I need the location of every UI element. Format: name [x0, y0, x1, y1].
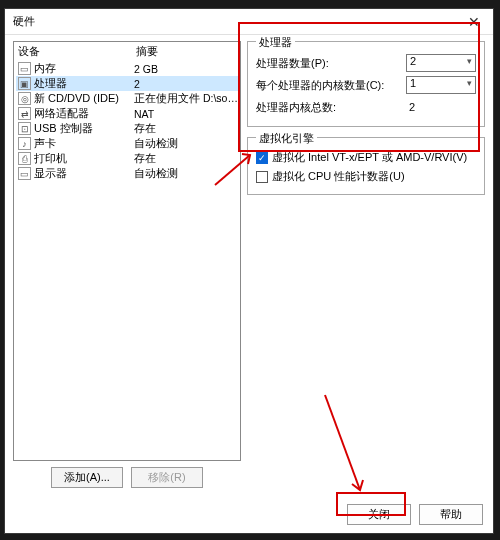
- device-list: ▭内存2 GB▣处理器2◎新 CD/DVD (IDE)正在使用文件 D:\sof…: [14, 61, 240, 460]
- hardware-dialog: 硬件 ✕ 设备 摘要 ▭内存2 GB▣处理器2◎新 CD/DVD (IDE)正在…: [4, 8, 494, 534]
- device-row[interactable]: ⎙打印机存在: [16, 151, 238, 166]
- device-row[interactable]: ⊡USB 控制器存在: [16, 121, 238, 136]
- device-row[interactable]: ▣处理器2: [16, 76, 238, 91]
- settings-panel: 处理器 处理器数量(P): 2 每个处理器的内核数量(C): 1 处理器内核总数…: [247, 41, 485, 494]
- device-icon: ⇄: [18, 107, 31, 120]
- add-button[interactable]: 添加(A)...: [51, 467, 123, 488]
- close-icon[interactable]: ✕: [461, 11, 487, 33]
- device-list-box: 设备 摘要 ▭内存2 GB▣处理器2◎新 CD/DVD (IDE)正在使用文件 …: [13, 41, 241, 461]
- device-row[interactable]: ◎新 CD/DVD (IDE)正在使用文件 D:\software\Cent..…: [16, 91, 238, 106]
- col-header-summary: 摘要: [136, 44, 236, 59]
- device-button-row: 添加(A)... 移除(R): [13, 461, 241, 494]
- device-name: 新 CD/DVD (IDE): [34, 91, 134, 106]
- device-summary: 自动检测: [134, 167, 238, 181]
- label-cores-per-processor: 每个处理器的内核数量(C):: [256, 78, 402, 93]
- device-icon: ⎙: [18, 152, 31, 165]
- device-name: 网络适配器: [34, 106, 134, 121]
- select-cores-per-processor[interactable]: 1: [406, 76, 476, 94]
- checkbox-cpu-counters[interactable]: [256, 171, 268, 183]
- remove-button[interactable]: 移除(R): [131, 467, 203, 488]
- device-icon: ⊡: [18, 122, 31, 135]
- row-vt-x[interactable]: ✓ 虚拟化 Intel VT-x/EPT 或 AMD-V/RVI(V): [256, 148, 476, 167]
- select-num-processors[interactable]: 2: [406, 54, 476, 72]
- close-button[interactable]: 关闭: [347, 504, 411, 525]
- device-summary: 正在使用文件 D:\software\Cent...: [134, 92, 238, 106]
- label-num-processors: 处理器数量(P):: [256, 56, 402, 71]
- device-summary: 2 GB: [134, 63, 238, 75]
- device-icon: ▣: [18, 77, 31, 90]
- row-cores-per-processor: 每个处理器的内核数量(C): 1: [256, 74, 476, 96]
- device-summary: 存在: [134, 152, 238, 166]
- virtualization-group-legend: 虚拟化引擎: [256, 131, 317, 146]
- titlebar: 硬件 ✕: [5, 9, 493, 35]
- device-summary: 2: [134, 78, 238, 90]
- right-column: 处理器 处理器数量(P): 2 每个处理器的内核数量(C): 1 处理器内核总数…: [247, 41, 485, 494]
- content-area: 设备 摘要 ▭内存2 GB▣处理器2◎新 CD/DVD (IDE)正在使用文件 …: [5, 35, 493, 498]
- device-name: 打印机: [34, 151, 134, 166]
- device-row[interactable]: ⇄网络适配器NAT: [16, 106, 238, 121]
- device-name: USB 控制器: [34, 121, 134, 136]
- label-cpu-counters: 虚拟化 CPU 性能计数器(U): [272, 169, 405, 184]
- label-total-cores: 处理器内核总数:: [256, 100, 402, 115]
- device-name: 声卡: [34, 136, 134, 151]
- value-total-cores: 2: [406, 101, 476, 113]
- footer: 关闭 帮助: [5, 498, 493, 533]
- label-vt-x: 虚拟化 Intel VT-x/EPT 或 AMD-V/RVI(V): [272, 150, 467, 165]
- processor-group: 处理器 处理器数量(P): 2 每个处理器的内核数量(C): 1 处理器内核总数…: [247, 41, 485, 127]
- device-row[interactable]: ▭显示器自动检测: [16, 166, 238, 181]
- checkbox-vt-x[interactable]: ✓: [256, 152, 268, 164]
- device-icon: ▭: [18, 167, 31, 180]
- device-name: 处理器: [34, 76, 134, 91]
- processor-group-legend: 处理器: [256, 35, 295, 50]
- left-column: 设备 摘要 ▭内存2 GB▣处理器2◎新 CD/DVD (IDE)正在使用文件 …: [13, 41, 241, 494]
- dialog-title: 硬件: [13, 14, 35, 29]
- row-cpu-counters[interactable]: 虚拟化 CPU 性能计数器(U): [256, 167, 476, 186]
- device-row[interactable]: ▭内存2 GB: [16, 61, 238, 76]
- virtualization-group: 虚拟化引擎 ✓ 虚拟化 Intel VT-x/EPT 或 AMD-V/RVI(V…: [247, 137, 485, 195]
- row-total-cores: 处理器内核总数: 2: [256, 96, 476, 118]
- device-summary: NAT: [134, 108, 238, 120]
- device-icon: ♪: [18, 137, 31, 150]
- device-name: 显示器: [34, 166, 134, 181]
- col-header-device: 设备: [18, 44, 136, 59]
- device-name: 内存: [34, 61, 134, 76]
- device-summary: 自动检测: [134, 137, 238, 151]
- row-num-processors: 处理器数量(P): 2: [256, 52, 476, 74]
- device-row[interactable]: ♪声卡自动检测: [16, 136, 238, 151]
- device-summary: 存在: [134, 122, 238, 136]
- device-list-header: 设备 摘要: [14, 42, 240, 61]
- device-icon: ◎: [18, 92, 31, 105]
- device-icon: ▭: [18, 62, 31, 75]
- help-button[interactable]: 帮助: [419, 504, 483, 525]
